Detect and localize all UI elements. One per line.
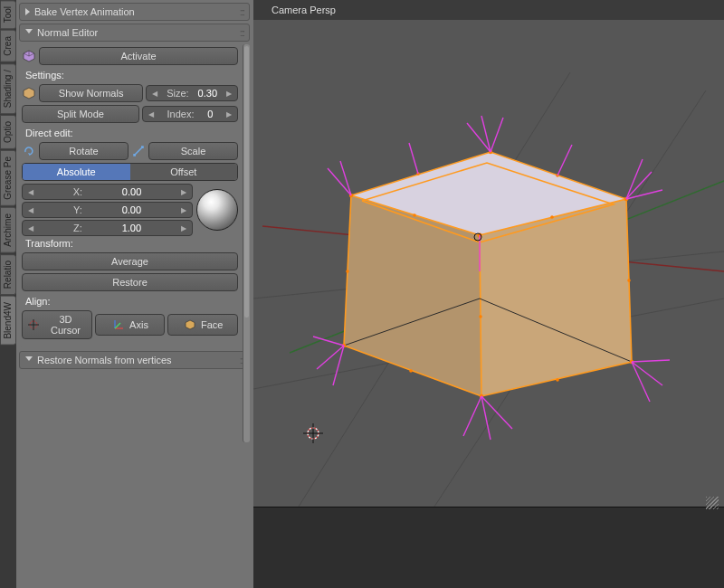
y-field[interactable]: ◀ Y: 0.00 ▶ xyxy=(22,202,193,218)
chevron-left-icon[interactable]: ◀ xyxy=(28,224,33,232)
svg-line-51 xyxy=(333,346,344,385)
panel-header-bake-vertex-animation[interactable]: Bake Vertex Animation :::: xyxy=(19,3,250,21)
svg-point-36 xyxy=(627,279,631,282)
svg-line-56 xyxy=(632,360,670,362)
activate-button[interactable]: Activate xyxy=(39,47,238,65)
svg-point-35 xyxy=(346,270,349,273)
timeline-area[interactable] xyxy=(253,507,724,588)
scene-render xyxy=(253,0,724,507)
svg-point-38 xyxy=(409,369,413,373)
triangle-down-icon xyxy=(25,29,33,37)
svg-line-43 xyxy=(491,118,503,152)
drag-grip-icon[interactable]: :::: xyxy=(240,27,243,38)
svg-line-11 xyxy=(115,323,120,328)
svg-line-49 xyxy=(317,346,344,369)
svg-marker-12 xyxy=(186,320,195,329)
show-normals-button[interactable]: Show Normals xyxy=(39,84,143,102)
drag-grip-icon[interactable]: :::: xyxy=(240,6,243,17)
panel-title: Bake Vertex Animation xyxy=(34,6,135,17)
vtab-options[interactable]: Optio xyxy=(0,115,16,149)
face-icon xyxy=(183,318,197,332)
chevron-left-icon[interactable]: ◀ xyxy=(148,110,154,119)
svg-line-41 xyxy=(340,161,351,195)
svg-point-37 xyxy=(479,315,482,318)
chevron-left-icon[interactable]: ◀ xyxy=(28,188,33,196)
svg-point-39 xyxy=(556,378,559,382)
chevron-left-icon[interactable]: ◀ xyxy=(152,90,157,98)
svg-marker-4 xyxy=(24,88,34,99)
chevron-right-icon[interactable]: ▶ xyxy=(226,110,232,119)
chevron-right-icon[interactable]: ▶ xyxy=(181,206,186,214)
svg-line-58 xyxy=(409,143,418,174)
vtab-tool[interactable]: Tool xyxy=(0,0,16,29)
panel-scrollbar[interactable] xyxy=(243,44,250,442)
align-3d-cursor-button[interactable]: 3D Cursor xyxy=(22,310,92,339)
cursor-3d-icon xyxy=(26,318,40,332)
vtab-grease-pencil[interactable]: Grease Pe xyxy=(0,150,16,206)
svg-line-40 xyxy=(328,168,351,195)
chevron-left-icon[interactable]: ◀ xyxy=(28,206,33,214)
chevron-right-icon[interactable]: ▶ xyxy=(226,90,232,98)
viewport-header: Camera Persp xyxy=(253,0,724,20)
svg-line-57 xyxy=(632,362,650,402)
vtab-blend4web[interactable]: Blend4W xyxy=(0,296,16,346)
svg-line-59 xyxy=(557,145,572,175)
svg-line-52 xyxy=(463,396,481,436)
absolute-toggle[interactable]: Absolute xyxy=(23,164,130,180)
normal-direction-sphere[interactable] xyxy=(196,189,238,231)
average-button[interactable]: Average xyxy=(22,252,238,270)
x-field[interactable]: ◀ X: 0.00 ▶ xyxy=(22,184,193,200)
svg-point-34 xyxy=(413,213,416,217)
svg-line-54 xyxy=(481,396,512,429)
svg-point-33 xyxy=(550,215,554,219)
viewport-label: Camera Persp xyxy=(272,5,336,15)
cube-icon xyxy=(22,49,36,63)
scale-icon xyxy=(131,144,146,158)
vtab-shading[interactable]: Shading / xyxy=(0,63,16,114)
svg-line-47 xyxy=(626,159,643,199)
svg-line-55 xyxy=(632,362,662,385)
index-field[interactable]: ◀ Index: 0 ▶ xyxy=(142,106,238,122)
panel-title: Restore Normals from vertices xyxy=(37,355,172,365)
panel-header-normal-editor[interactable]: Normal Editor :::: xyxy=(19,24,250,42)
viewport-scene[interactable] xyxy=(253,0,724,507)
align-axis-button[interactable]: Axis xyxy=(95,314,166,336)
transform-label: Transform: xyxy=(22,236,247,252)
split-mode-button[interactable]: Split Mode xyxy=(22,105,139,123)
svg-line-46 xyxy=(626,190,662,199)
direct-edit-label: Direct edit: xyxy=(22,126,247,142)
settings-label: Settings: xyxy=(22,68,247,84)
triangle-down-icon xyxy=(25,356,33,365)
align-face-button[interactable]: Face xyxy=(167,314,238,336)
mesh-icon xyxy=(22,86,36,100)
rotate-button[interactable]: Rotate xyxy=(39,142,129,160)
size-field[interactable]: ◀ Size: 0.30 ▶ xyxy=(146,85,238,101)
z-field[interactable]: ◀ Z: 1.00 ▶ xyxy=(22,220,193,236)
viewport-3d[interactable]: Camera Persp xyxy=(253,0,724,588)
side-tab-bar: Tool Crea Shading / Optio Grease Pe Arch… xyxy=(0,0,16,588)
chevron-right-icon[interactable]: ▶ xyxy=(181,188,186,196)
mode-toggle: Absolute Offset xyxy=(22,163,238,181)
normal-editor-panel: Activate Settings: Show Normals ◀ Size: … xyxy=(19,44,250,347)
scale-button[interactable]: Scale xyxy=(148,142,238,160)
svg-line-45 xyxy=(626,172,652,199)
axis-icon xyxy=(111,318,126,332)
vtab-archimesh[interactable]: Archime xyxy=(0,207,16,253)
cursor-3d-icon xyxy=(303,423,323,445)
triangle-right-icon xyxy=(25,8,30,15)
rotate-icon xyxy=(22,144,36,158)
tool-shelf: Bake Vertex Animation :::: Normal Editor… xyxy=(16,0,253,588)
vtab-relations[interactable]: Relatio xyxy=(0,254,16,295)
vtab-create[interactable]: Crea xyxy=(0,30,16,62)
cube-mesh xyxy=(344,152,632,396)
align-label: Align: xyxy=(22,294,247,310)
chevron-right-icon[interactable]: ▶ xyxy=(181,224,186,232)
restore-button[interactable]: Restore xyxy=(22,273,238,291)
panel-header-restore-normals[interactable]: Restore Normals from vertices :::: xyxy=(19,351,250,369)
panel-title: Normal Editor xyxy=(37,27,98,38)
offset-toggle[interactable]: Offset xyxy=(130,164,238,180)
